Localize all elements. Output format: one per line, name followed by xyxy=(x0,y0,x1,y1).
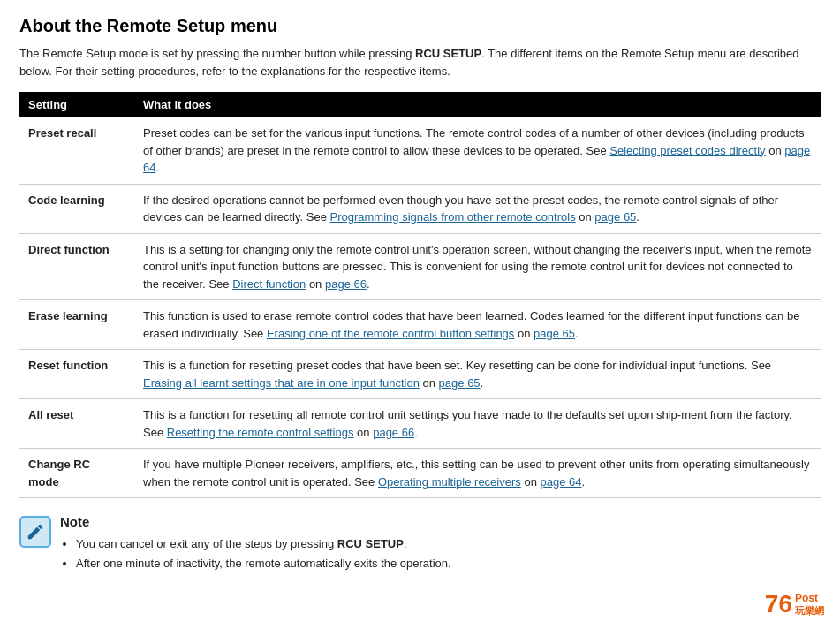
logo-post: Post xyxy=(795,592,824,604)
col-what-it-does: What it does xyxy=(134,92,821,117)
table-header-row: Setting What it does xyxy=(19,92,821,117)
setting-link[interactable]: Erasing one of the remote control button… xyxy=(267,327,514,340)
note-bullets: You can cancel or exit any of the steps … xyxy=(60,534,821,573)
table-row: Preset recallPreset codes can be set for… xyxy=(19,117,821,184)
logo-play: 玩樂網 xyxy=(795,605,824,617)
setting-desc-cell: If the desired operations cannot be perf… xyxy=(134,184,821,233)
setting-link[interactable]: page 65 xyxy=(439,376,481,390)
setting-desc-cell: If you have multiple Pioneer receivers, … xyxy=(134,449,821,498)
logo-number: 76 xyxy=(765,592,792,617)
pencil-icon xyxy=(26,522,45,542)
setting-name-cell: Reset function xyxy=(19,350,134,399)
note-icon xyxy=(19,516,51,548)
note-box: Note You can cancel or exit any of the s… xyxy=(19,514,821,573)
note-bullet-2: After one minute of inactivity, the remo… xyxy=(76,554,821,573)
table-row: Reset functionThis is a function for res… xyxy=(19,350,821,399)
setting-link[interactable]: Resetting the remote control settings xyxy=(167,426,354,439)
setting-link[interactable]: page 64 xyxy=(540,475,581,489)
setting-name-cell: Direct function xyxy=(19,233,134,300)
setting-link[interactable]: Direct function xyxy=(232,277,306,291)
setting-name-cell: Code learning xyxy=(19,184,134,233)
setting-link[interactable]: Erasing all learnt settings that are in … xyxy=(143,376,420,390)
setting-name-cell: Change RCmode xyxy=(19,449,134,498)
note-title: Note xyxy=(60,514,821,529)
logo-text-block: Post 玩樂網 xyxy=(795,592,824,617)
setting-link[interactable]: page 65 xyxy=(534,327,575,340)
note-content: Note You can cancel or exit any of the s… xyxy=(60,514,821,573)
setting-name-cell: Erase learning xyxy=(19,300,134,350)
setting-link[interactable]: Selecting preset codes directly xyxy=(609,144,765,157)
page-title: About the Remote Setup menu xyxy=(19,16,821,36)
setting-desc-cell: This is a setting for changing only the … xyxy=(134,233,821,300)
setting-name-cell: All reset xyxy=(19,399,134,449)
setting-link[interactable]: page 65 xyxy=(594,210,636,224)
setting-link[interactable]: Programming signals from other remote co… xyxy=(330,210,576,224)
setting-desc-cell: This function is used to erase remote co… xyxy=(134,300,821,350)
setting-desc-cell: This is a function for resetting all rem… xyxy=(134,399,821,449)
setting-desc-cell: This is a function for resetting preset … xyxy=(134,350,821,399)
col-setting: Setting xyxy=(19,92,134,117)
table-row: All resetThis is a function for resettin… xyxy=(19,399,821,449)
table-row: Erase learningThis function is used to e… xyxy=(19,300,821,350)
table-row: Direct functionThis is a setting for cha… xyxy=(19,233,821,300)
table-row: Code learningIf the desired operations c… xyxy=(19,184,821,233)
note-bullet-1: You can cancel or exit any of the steps … xyxy=(76,534,821,554)
settings-table: Setting What it does Preset recallPreset… xyxy=(19,92,821,498)
setting-link[interactable]: page 66 xyxy=(325,277,367,291)
intro-paragraph: The Remote Setup mode is set by pressing… xyxy=(19,45,821,80)
setting-link[interactable]: Operating multiple receivers xyxy=(378,475,521,489)
setting-link[interactable]: page 66 xyxy=(373,426,414,439)
setting-desc-cell: Preset codes can be set for the various … xyxy=(134,117,821,184)
table-row: Change RCmodeIf you have multiple Pionee… xyxy=(19,449,821,498)
setting-name-cell: Preset recall xyxy=(19,117,134,184)
bottom-logo: 76 Post 玩樂網 xyxy=(765,592,824,617)
